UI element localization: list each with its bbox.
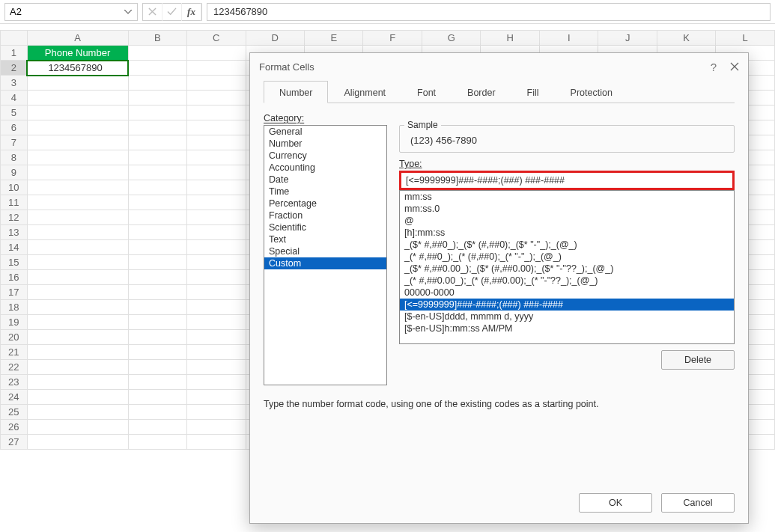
row-header-2[interactable]: 2 [1, 61, 28, 76]
format-item[interactable]: [h]:mm:ss [400, 227, 734, 239]
category-item-special[interactable]: Special [264, 245, 386, 257]
category-item-time[interactable]: Time [264, 186, 386, 198]
cell-A21[interactable] [27, 345, 128, 360]
row-header-20[interactable]: 20 [1, 330, 28, 345]
cell-B15[interactable] [128, 255, 186, 270]
row-header-5[interactable]: 5 [1, 106, 28, 120]
cell-A13[interactable] [27, 225, 128, 240]
close-icon[interactable] [730, 62, 739, 71]
accept-formula-icon[interactable] [162, 3, 182, 21]
cell-C6[interactable] [187, 120, 246, 135]
cell-C5[interactable] [187, 106, 246, 120]
cell-A8[interactable] [27, 150, 128, 165]
cell-A10[interactable] [27, 180, 128, 195]
cell-C20[interactable] [187, 330, 246, 345]
cell-B4[interactable] [128, 91, 186, 106]
format-item[interactable]: _($* #,##0.00_);_($* (#,##0.00);_($* "-"… [400, 263, 734, 275]
tab-fill[interactable]: Fill [511, 81, 555, 103]
format-item[interactable]: @ [400, 215, 734, 227]
tab-protection[interactable]: Protection [555, 81, 628, 103]
cell-B19[interactable] [128, 315, 186, 330]
cell-C9[interactable] [187, 165, 246, 180]
cell-B14[interactable] [128, 240, 186, 255]
cell-A19[interactable] [27, 315, 128, 330]
cell-A25[interactable] [27, 405, 128, 420]
select-all-corner[interactable] [1, 31, 28, 46]
cell-A24[interactable] [27, 390, 128, 405]
row-header-14[interactable]: 14 [1, 240, 28, 255]
cell-B1[interactable] [128, 46, 186, 61]
cell-A7[interactable] [27, 135, 128, 150]
cell-B18[interactable] [128, 300, 186, 315]
cell-B5[interactable] [128, 106, 186, 120]
format-item[interactable]: _(* #,##0.00_);_(* (#,##0.00);_(* "-"??_… [400, 275, 734, 287]
row-header-1[interactable]: 1 [1, 46, 28, 61]
cancel-formula-icon[interactable] [143, 3, 162, 21]
row-header-27[interactable]: 27 [1, 435, 28, 450]
cell-C15[interactable] [187, 255, 246, 270]
category-item-accounting[interactable]: Accounting [264, 162, 386, 174]
row-header-16[interactable]: 16 [1, 270, 28, 285]
cell-C13[interactable] [187, 225, 246, 240]
cell-C18[interactable] [187, 300, 246, 315]
cell-B20[interactable] [128, 330, 186, 345]
category-item-fraction[interactable]: Fraction [264, 210, 386, 221]
category-item-custom[interactable]: Custom [264, 257, 386, 269]
cell-A16[interactable] [27, 270, 128, 285]
row-header-17[interactable]: 17 [1, 285, 28, 300]
row-header-22[interactable]: 22 [1, 360, 28, 375]
cell-B12[interactable] [128, 210, 186, 225]
format-item[interactable]: _($* #,##0_);_($* (#,##0);_($* "-"_);_(@… [400, 239, 734, 251]
cell-B25[interactable] [128, 405, 186, 420]
cell-A11[interactable] [27, 195, 128, 210]
format-list[interactable]: mm:ssmm:ss.0@[h]:mm:ss_($* #,##0_);_($* … [399, 190, 735, 344]
cell-B3[interactable] [128, 76, 186, 91]
format-item[interactable]: mm:ss.0 [400, 203, 734, 215]
cell-B24[interactable] [128, 390, 186, 405]
cell-C22[interactable] [187, 360, 246, 375]
cell-A9[interactable] [27, 165, 128, 180]
row-header-21[interactable]: 21 [1, 345, 28, 360]
cell-B26[interactable] [128, 420, 186, 435]
ok-button[interactable]: OK [579, 493, 652, 513]
column-header-G[interactable]: G [422, 31, 481, 46]
name-box-dropdown-icon[interactable] [124, 7, 133, 16]
cell-C3[interactable] [187, 76, 246, 91]
type-input[interactable]: [<=9999999]###-####;(###) ###-#### [399, 171, 735, 190]
cell-B22[interactable] [128, 360, 186, 375]
cell-A6[interactable] [27, 120, 128, 135]
cell-C12[interactable] [187, 210, 246, 225]
row-header-26[interactable]: 26 [1, 420, 28, 435]
format-item[interactable]: mm:ss [400, 191, 734, 203]
cell-B2[interactable] [128, 61, 186, 76]
row-header-18[interactable]: 18 [1, 300, 28, 315]
format-item[interactable]: 00000-0000 [400, 287, 734, 299]
cell-A4[interactable] [27, 91, 128, 106]
cell-A12[interactable] [27, 210, 128, 225]
cell-A2[interactable]: 1234567890 [27, 61, 128, 76]
category-list[interactable]: GeneralNumberCurrencyAccountingDateTimeP… [264, 125, 387, 385]
cell-A3[interactable] [27, 76, 128, 91]
cell-C17[interactable] [187, 285, 246, 300]
row-header-23[interactable]: 23 [1, 375, 28, 390]
cell-A17[interactable] [27, 285, 128, 300]
cell-A20[interactable] [27, 330, 128, 345]
row-header-9[interactable]: 9 [1, 165, 28, 180]
column-header-B[interactable]: B [128, 31, 186, 46]
cell-C23[interactable] [187, 375, 246, 390]
row-header-24[interactable]: 24 [1, 390, 28, 405]
cell-B13[interactable] [128, 225, 186, 240]
cell-B23[interactable] [128, 375, 186, 390]
column-header-A[interactable]: A [27, 31, 128, 46]
insert-function-icon[interactable]: fx [182, 3, 201, 21]
cell-B16[interactable] [128, 270, 186, 285]
cell-C24[interactable] [187, 390, 246, 405]
column-header-I[interactable]: I [539, 31, 598, 46]
formula-input[interactable]: 1234567890 [207, 3, 771, 21]
cell-A1[interactable]: Phone Number [27, 46, 128, 61]
cell-B8[interactable] [128, 150, 186, 165]
format-item[interactable]: [<=9999999]###-####;(###) ###-#### [400, 299, 734, 311]
cell-B21[interactable] [128, 345, 186, 360]
cell-B10[interactable] [128, 180, 186, 195]
cell-C26[interactable] [187, 420, 246, 435]
